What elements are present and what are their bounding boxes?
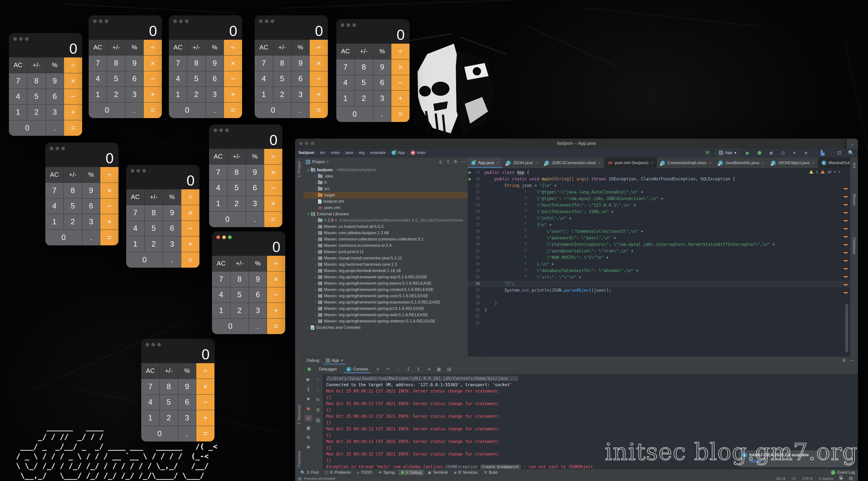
calc-button-decimal[interactable]: . bbox=[82, 230, 100, 245]
calc-button-3[interactable]: 3 bbox=[46, 104, 64, 120]
toolwindow-button-3-find[interactable]: 🔍3: Find bbox=[298, 470, 321, 475]
calc-button-9[interactable]: 9 bbox=[246, 164, 264, 180]
calc-button-8[interactable]: 8 bbox=[160, 379, 178, 394]
chevron-right-icon[interactable]: › bbox=[313, 175, 318, 178]
calc-button-1[interactable]: 1 bbox=[336, 91, 354, 106]
calc-button-9[interactable]: 9 bbox=[46, 73, 64, 89]
chevron-down-icon[interactable]: ▾ bbox=[306, 168, 311, 172]
close-icon[interactable]: × bbox=[598, 161, 601, 165]
calc-button-plus[interactable]: + bbox=[181, 236, 199, 252]
tree-item-fastjson-iml[interactable]: fastjson.iml bbox=[303, 198, 468, 205]
tree-item--idea[interactable]: ›.idea bbox=[303, 173, 468, 179]
tree-item-maven-cn-hutool-hutool-all-5-5-2[interactable]: ›Maven: cn.hutool:hutool-all:5.5.2 bbox=[303, 223, 468, 230]
tree-item-maven-org-springframework-spring-core-5-1-6-release[interactable]: ›Maven: org.springframework:spring-core:… bbox=[303, 293, 468, 299]
calc-button-minus[interactable]: − bbox=[144, 71, 162, 87]
calc-button-3[interactable]: 3 bbox=[206, 87, 224, 102]
error-stripe[interactable] bbox=[843, 168, 848, 356]
calc-button-8[interactable]: 8 bbox=[145, 205, 163, 221]
calc-button-0[interactable]: 0 bbox=[336, 107, 373, 122]
scroll-up-icon[interactable]: ↑ bbox=[314, 376, 322, 383]
calc-button-divide[interactable]: ÷ bbox=[391, 43, 409, 59]
calc-button-minus[interactable]: − bbox=[64, 89, 82, 104]
calc-button-2[interactable]: 2 bbox=[187, 87, 206, 102]
chevron-right-icon[interactable]: › bbox=[313, 307, 318, 310]
caret-position[interactable]: 36:19 bbox=[776, 476, 785, 481]
warning-stripe-mark[interactable] bbox=[844, 220, 848, 221]
calc-button-plus[interactable]: + bbox=[144, 87, 162, 102]
calc-button-1[interactable]: 1 bbox=[89, 87, 107, 102]
calc-button-minus[interactable]: − bbox=[196, 395, 214, 410]
calc-button-6[interactable]: 6 bbox=[206, 71, 224, 87]
chevron-right-icon[interactable]: › bbox=[313, 288, 318, 292]
calc-button-plus[interactable]: + bbox=[264, 196, 282, 211]
tree-item-maven-org-springframework-spring-aop-5-1-6-release[interactable]: ›Maven: org.springframework:spring-aop:5… bbox=[303, 274, 468, 280]
view-breakpoints-icon[interactable]: ◉ bbox=[305, 405, 312, 412]
calc-button-percent[interactable]: % bbox=[178, 363, 196, 379]
calc-button-divide[interactable]: ÷ bbox=[181, 189, 199, 205]
calc-button-0[interactable]: 0 bbox=[169, 102, 206, 118]
calc-button-4[interactable]: 4 bbox=[255, 71, 273, 87]
calc-button-plus[interactable]: + bbox=[64, 104, 82, 120]
debug-bug-icon[interactable]: ⬢ bbox=[756, 150, 763, 156]
calc-button-plusminus[interactable]: +/- bbox=[355, 43, 373, 59]
calc-button-percent[interactable]: % bbox=[82, 167, 100, 183]
warning-stripe-mark[interactable] bbox=[844, 252, 848, 253]
chevron-right-icon[interactable]: › bbox=[313, 219, 318, 222]
calc-button-plusminus[interactable]: +/- bbox=[64, 167, 82, 183]
calc-button-percent[interactable]: % bbox=[206, 40, 224, 55]
warning-stripe-mark[interactable] bbox=[844, 204, 848, 205]
calc-button-4[interactable]: 4 bbox=[141, 395, 159, 410]
calc-button-2[interactable]: 2 bbox=[273, 87, 291, 102]
tree-item--1-8-[interactable]: ›< 1.8 >/Library/Java/JavaVirtualMachine… bbox=[303, 217, 468, 223]
calc-button-5[interactable]: 5 bbox=[27, 89, 45, 104]
toolwindow-button-5-debug[interactable]: ⬢5: Debug bbox=[398, 470, 424, 475]
calc-button-multiply[interactable]: × bbox=[100, 183, 119, 198]
calc-button-divide[interactable]: ÷ bbox=[144, 40, 162, 55]
calc-button-equals[interactable]: = bbox=[224, 102, 242, 118]
calc-button-equals[interactable]: = bbox=[64, 120, 82, 136]
run-line-icon[interactable] bbox=[469, 177, 471, 181]
stop-icon[interactable]: ■ bbox=[305, 396, 312, 402]
tree-item-maven-commons-collections-commons-collections-3-1[interactable]: ›Maven: commons-collections:commons-coll… bbox=[303, 236, 468, 242]
calc-button-1[interactable]: 1 bbox=[255, 87, 273, 102]
chevron-right-icon[interactable]: › bbox=[313, 294, 318, 298]
tab-javabeaninfo-java[interactable]: CJavaBeanInfo.java× bbox=[715, 158, 768, 168]
calc-button-percent[interactable]: % bbox=[373, 43, 391, 59]
chevron-down-icon[interactable]: ▾ bbox=[327, 160, 329, 163]
calc-button-decimal[interactable]: . bbox=[163, 252, 181, 268]
calc-button-divide[interactable]: ÷ bbox=[224, 40, 242, 55]
calc-button-divide[interactable]: ÷ bbox=[64, 57, 82, 73]
breadcrumb-item-java[interactable]: java bbox=[346, 150, 353, 155]
hidden-tabs-dropdown[interactable]: ⌄ bbox=[847, 139, 858, 149]
step-into-icon[interactable]: ↓ bbox=[395, 367, 401, 372]
calc-button-3[interactable]: 3 bbox=[249, 303, 267, 318]
calc-button-minus[interactable]: − bbox=[224, 71, 242, 87]
calc-button-multiply[interactable]: × bbox=[196, 379, 214, 394]
coverage-icon[interactable]: ◙ bbox=[768, 150, 774, 156]
calc-button-9[interactable]: 9 bbox=[249, 272, 267, 287]
inspections-widget[interactable]: 1 14 ˄ ˅ bbox=[809, 170, 840, 174]
calc-button-7[interactable]: 7 bbox=[169, 56, 187, 71]
tab-connectionimpl-class[interactable]: CConnectionImpl.class× bbox=[657, 158, 715, 168]
calc-button-percent[interactable]: % bbox=[163, 189, 181, 205]
calc-button-1[interactable]: 1 bbox=[126, 236, 145, 252]
calc-button-2[interactable]: 2 bbox=[227, 196, 246, 211]
calc-button-9[interactable]: 9 bbox=[373, 59, 391, 75]
warning-stripe-mark[interactable] bbox=[844, 228, 848, 229]
hide-panel-icon[interactable]: — bbox=[461, 159, 465, 164]
search-everywhere-icon[interactable]: 🔍 bbox=[848, 150, 855, 156]
calc-button-2[interactable]: 2 bbox=[145, 236, 163, 252]
calc-button-minus[interactable]: − bbox=[391, 75, 409, 91]
toolwindow-toggle-icon[interactable]: ▤ bbox=[298, 476, 302, 481]
settings-gear-icon[interactable]: ⚙ bbox=[305, 434, 312, 441]
writable-lock-icon[interactable] bbox=[840, 477, 842, 480]
calc-button-percent[interactable]: % bbox=[46, 57, 64, 73]
calc-button-5[interactable]: 5 bbox=[273, 71, 291, 87]
chevron-right-icon[interactable]: › bbox=[306, 326, 311, 329]
calc-button-7[interactable]: 7 bbox=[126, 205, 145, 221]
calc-button-AC[interactable]: AC bbox=[9, 57, 27, 73]
calc-button-5[interactable]: 5 bbox=[187, 71, 206, 87]
run-icon[interactable]: ▶ bbox=[744, 150, 751, 156]
sidebar-item-project[interactable]: 1: Project bbox=[295, 161, 303, 177]
calc-button-3[interactable]: 3 bbox=[163, 236, 181, 252]
